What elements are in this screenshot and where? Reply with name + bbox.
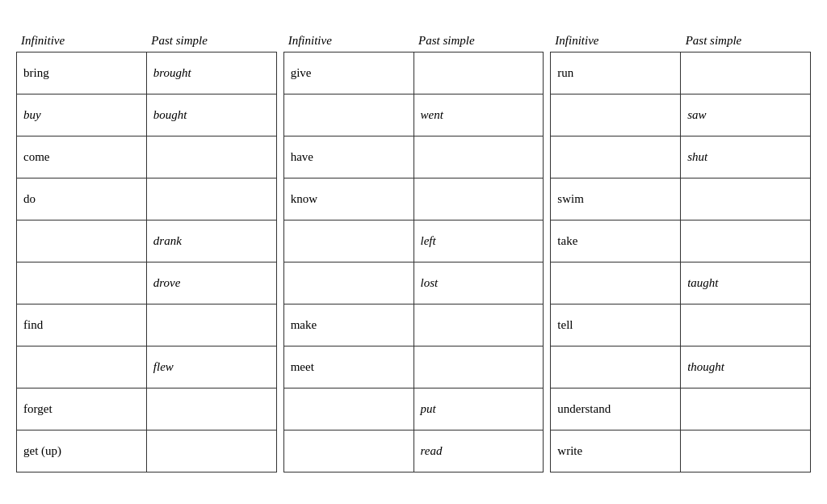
cell-inf-2-9: write <box>551 430 681 472</box>
section-2-headers: InfinitivePast simple <box>550 32 811 49</box>
table-row: know <box>283 178 544 220</box>
cell-ps-1-6 <box>414 304 544 346</box>
cell-inf-1-5 <box>283 262 414 304</box>
cell-ps-1-5: lost <box>414 262 544 304</box>
table-row: understand <box>551 388 811 430</box>
cell-inf-0-0: bring <box>17 52 147 94</box>
cell-inf-0-5 <box>17 262 147 304</box>
cell-ps-0-5: drove <box>146 262 276 304</box>
section-2: InfinitivePast simplerunsawshutswimtaket… <box>550 32 811 472</box>
cell-inf-2-0: run <box>551 52 681 94</box>
cell-ps-1-4: left <box>414 220 544 262</box>
cell-inf-1-0: give <box>283 52 414 94</box>
cell-ps-0-3 <box>146 178 276 220</box>
cell-ps-1-9: read <box>414 430 544 472</box>
cell-inf-2-8: understand <box>551 388 681 430</box>
cell-inf-1-8 <box>283 388 414 430</box>
table-row: have <box>283 136 544 178</box>
section-1: InfinitivePast simplegivewenthaveknowlef… <box>283 32 544 472</box>
table-row: read <box>283 430 544 472</box>
table-row: forget <box>17 388 277 430</box>
cell-ps-2-0 <box>681 52 811 94</box>
cell-ps-0-0: brought <box>146 52 276 94</box>
table-row: come <box>17 136 277 178</box>
sections-container: InfinitivePast simplebringbroughtbuyboug… <box>16 32 811 472</box>
table-row: taught <box>551 262 811 304</box>
cell-inf-1-7: meet <box>283 346 414 388</box>
cell-inf-2-5 <box>551 262 681 304</box>
table-row: bringbrought <box>17 52 277 94</box>
cell-inf-0-7 <box>17 346 147 388</box>
cell-inf-0-8: forget <box>17 388 147 430</box>
cell-inf-2-4: take <box>551 220 681 262</box>
table-row: drank <box>17 220 277 262</box>
section-2-past-simple-header: Past simple <box>681 32 811 49</box>
table-row: make <box>283 304 544 346</box>
cell-ps-1-3 <box>414 178 544 220</box>
cell-inf-1-1 <box>283 94 414 136</box>
cell-ps-2-9 <box>681 430 811 472</box>
table-row: went <box>283 94 544 136</box>
cell-ps-2-4 <box>681 220 811 262</box>
cell-ps-0-4: drank <box>146 220 276 262</box>
table-row: write <box>551 430 811 472</box>
section-0-headers: InfinitivePast simple <box>16 32 277 49</box>
section-0: InfinitivePast simplebringbroughtbuyboug… <box>16 32 277 472</box>
cell-inf-0-2: come <box>17 136 147 178</box>
table-row: find <box>17 304 277 346</box>
cell-inf-1-9 <box>283 430 414 472</box>
cell-inf-0-6: find <box>17 304 147 346</box>
table-row: drove <box>17 262 277 304</box>
cell-ps-1-0 <box>414 52 544 94</box>
table-row: buybought <box>17 94 277 136</box>
section-1-past-simple-header: Past simple <box>414 32 544 49</box>
section-2-infinitive-header: Infinitive <box>550 32 680 49</box>
cell-ps-2-8 <box>681 388 811 430</box>
table-row: put <box>283 388 544 430</box>
table-row: do <box>17 178 277 220</box>
cell-ps-1-2 <box>414 136 544 178</box>
section-1-infinitive-header: Infinitive <box>283 32 414 49</box>
vocab-table-1: givewenthaveknowleftlostmakemeetputread <box>283 52 544 472</box>
vocab-table-2: runsawshutswimtaketaughttellthoughtunder… <box>550 52 811 472</box>
cell-ps-2-2: shut <box>681 136 811 178</box>
table-row: give <box>283 52 544 94</box>
table-row: swim <box>551 178 811 220</box>
table-row: flew <box>17 346 277 388</box>
cell-inf-0-3: do <box>17 178 147 220</box>
table-row: lost <box>283 262 544 304</box>
cell-inf-0-4 <box>17 220 147 262</box>
cell-ps-1-8: put <box>414 388 544 430</box>
table-row: saw <box>551 94 811 136</box>
cell-inf-2-2 <box>551 136 681 178</box>
section-0-past-simple-header: Past simple <box>146 32 276 49</box>
cell-ps-0-6 <box>146 304 276 346</box>
cell-ps-2-5: taught <box>681 262 811 304</box>
section-0-infinitive-header: Infinitive <box>16 32 146 49</box>
cell-inf-2-7 <box>551 346 681 388</box>
table-row: left <box>283 220 544 262</box>
table-row: thought <box>551 346 811 388</box>
cell-ps-2-1: saw <box>681 94 811 136</box>
table-row: run <box>551 52 811 94</box>
cell-ps-0-9 <box>146 430 276 472</box>
cell-inf-2-1 <box>551 94 681 136</box>
cell-inf-2-6: tell <box>551 304 681 346</box>
table-row: tell <box>551 304 811 346</box>
cell-ps-2-3 <box>681 178 811 220</box>
cell-inf-1-4 <box>283 220 414 262</box>
cell-inf-1-6: make <box>283 304 414 346</box>
page-container: InfinitivePast simplebringbroughtbuyboug… <box>16 32 811 472</box>
cell-inf-1-2: have <box>283 136 414 178</box>
table-row: shut <box>551 136 811 178</box>
cell-ps-0-7: flew <box>146 346 276 388</box>
cell-ps-1-7 <box>414 346 544 388</box>
cell-ps-0-2 <box>146 136 276 178</box>
cell-ps-2-7: thought <box>681 346 811 388</box>
vocab-table-0: bringbroughtbuyboughtcomedodrankdrovefin… <box>16 52 277 472</box>
table-row: take <box>551 220 811 262</box>
cell-inf-0-9: get (up) <box>17 430 147 472</box>
section-1-headers: InfinitivePast simple <box>283 32 544 49</box>
cell-inf-2-3: swim <box>551 178 681 220</box>
cell-ps-1-1: went <box>414 94 544 136</box>
